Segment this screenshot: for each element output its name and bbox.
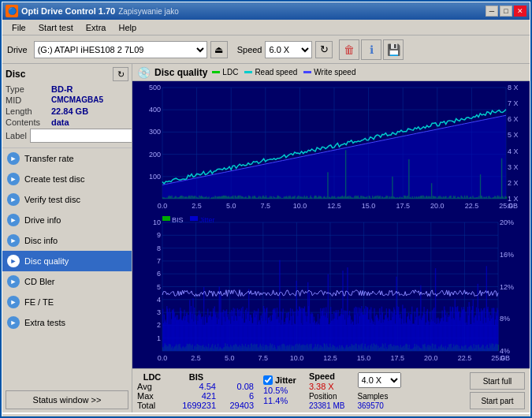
jitter-checkbox[interactable]	[263, 375, 273, 385]
ldc-header: LDC	[137, 372, 167, 382]
top-chart-canvas	[132, 81, 530, 216]
toolbar-icon-group: 🗑 ℹ 💾	[339, 39, 404, 60]
jitter-max: 11.4%	[263, 396, 296, 405]
speed-select-stats[interactable]: 4.0 X	[358, 372, 401, 388]
transfer-rate-label: Transfer rate	[24, 154, 74, 163]
drive-label: Drive	[7, 45, 28, 54]
menu-help[interactable]: Help	[112, 21, 143, 34]
disc-info-panel: Disc ↻ Type BD-R MID CMCMAGBA5 Length 22…	[2, 64, 132, 148]
erase-icon-button[interactable]: 🗑	[339, 39, 359, 60]
sidebar-item-drive-info[interactable]: ► Drive info	[2, 210, 132, 230]
status-bar: Test completed 100.0% 32:09	[2, 412, 530, 418]
empty-header	[219, 372, 254, 382]
position-value: 23381 MB	[309, 401, 345, 410]
disc-section-title: Disc	[6, 69, 25, 80]
menu-start-test[interactable]: Start test	[32, 21, 80, 34]
start-part-button[interactable]: Start part	[470, 392, 525, 409]
disc-quality-icon: ►	[7, 255, 20, 267]
app-title: Opti Drive Control 1.70	[21, 6, 115, 16]
sidebar: Disc ↻ Type BD-R MID CMCMAGBA5 Length 22…	[2, 64, 132, 412]
start-full-button[interactable]: Start full	[470, 372, 525, 390]
jitter-section: Jitter 10.5% 11.4%	[263, 375, 296, 406]
read-speed-label: Read speed	[255, 68, 297, 77]
info-icon-button[interactable]: ℹ	[361, 39, 381, 60]
create-test-disc-icon: ►	[7, 173, 20, 185]
minimize-button[interactable]: ─	[485, 6, 498, 17]
save-icon-button[interactable]: 💾	[383, 39, 404, 60]
sidebar-item-transfer-rate[interactable]: ► Transfer rate	[2, 148, 132, 169]
extra-tests-icon: ►	[7, 316, 20, 329]
legend-ldc: LDC	[212, 68, 238, 77]
content-panel: 💿 Disc quality LDC Read speed Write spee…	[132, 64, 530, 412]
speed-select-container: 4.0 X	[358, 372, 401, 388]
app-icon: 🔵	[6, 5, 18, 17]
close-button[interactable]: ✕	[514, 6, 526, 17]
drive-select[interactable]: (G:) ATAPI iHES108 2 7L09	[34, 41, 207, 58]
total-ldc: 1699231	[170, 401, 216, 410]
menu-file[interactable]: File	[6, 21, 32, 34]
max-ldc: 421	[170, 391, 216, 401]
sidebar-item-create-test-disc[interactable]: ► Create test disc	[2, 169, 132, 189]
max-bis: 6	[219, 391, 254, 401]
title-bar-content: 🔵 Opti Drive Control 1.70 Zapisywanie ja…	[6, 5, 179, 17]
sidebar-item-verify-test-disc[interactable]: ► Verify test disc	[2, 189, 132, 210]
avg-bis: 0.08	[219, 382, 254, 391]
app-window: 🔵 Opti Drive Control 1.70 Zapisywanie ja…	[0, 0, 532, 418]
mid-label: MID	[6, 95, 51, 105]
mid-value: CMCMAGBA5	[51, 95, 128, 105]
avg-label: Avg	[137, 382, 167, 391]
verify-test-disc-label: Verify test disc	[24, 195, 80, 204]
sidebar-item-fe-te[interactable]: ► FE / TE	[2, 292, 132, 312]
status-window-button[interactable]: Status window >>	[6, 390, 128, 409]
speed-select-toolbar[interactable]: 6.0 X	[265, 41, 312, 58]
speed-avg-value: 3.38 X	[309, 382, 345, 391]
legend-read-speed: Read speed	[244, 68, 297, 77]
max-label: Max	[137, 391, 167, 401]
total-label: Total	[137, 401, 167, 410]
refresh-button[interactable]: ↻	[315, 41, 333, 58]
ldc-bis-table: LDC BIS Avg 4.54 0.08 Max 421 6 Total 16…	[137, 372, 254, 410]
type-value: BD-R	[51, 84, 128, 94]
maximize-button[interactable]: □	[500, 6, 512, 17]
cd-bler-label: CD Bler	[24, 277, 55, 286]
disc-refresh-button[interactable]: ↻	[113, 67, 128, 81]
stats-panel: LDC BIS Avg 4.54 0.08 Max 421 6 Total 16…	[132, 368, 530, 412]
sidebar-item-disc-info[interactable]: ► Disc info	[2, 230, 132, 251]
transfer-rate-icon: ►	[7, 152, 20, 165]
ldc-dot	[212, 71, 220, 73]
type-label: Type	[6, 84, 51, 94]
drive-info-icon: ►	[7, 214, 20, 226]
label-label: Label	[6, 131, 27, 140]
jitter-header-label: Jitter	[275, 375, 296, 385]
cd-bler-icon: ►	[7, 275, 20, 288]
samples-label: Samples	[358, 392, 401, 401]
label-input[interactable]	[30, 129, 132, 143]
extra-tests-label: Extra tests	[24, 318, 65, 327]
disc-info-icon: ►	[7, 234, 20, 247]
sidebar-item-disc-quality[interactable]: ► Disc quality	[2, 251, 132, 271]
disc-quality-label: Disc quality	[24, 256, 69, 266]
contents-label: Contents	[6, 118, 51, 127]
main-container: Disc ↻ Type BD-R MID CMCMAGBA5 Length 22…	[2, 64, 530, 412]
eject-button[interactable]: ⏏	[210, 41, 228, 58]
length-label: Length	[6, 106, 51, 116]
avg-ldc: 4.54	[170, 382, 216, 391]
chart-legend: LDC Read speed Write speed	[212, 68, 355, 77]
disc-info-label: Disc info	[24, 236, 58, 245]
create-test-disc-label: Create test disc	[24, 174, 84, 184]
sidebar-item-cd-bler[interactable]: ► CD Bler	[2, 271, 132, 292]
verify-test-disc-icon: ►	[7, 193, 20, 206]
disc-quality-title: Disc quality	[154, 67, 207, 78]
sidebar-item-extra-tests[interactable]: ► Extra tests	[2, 312, 132, 333]
write-speed-dot	[303, 71, 311, 73]
bis-header: BIS	[170, 372, 216, 382]
samples-section: 4.0 X Samples 369570	[358, 372, 401, 410]
jitter-header-row: Jitter	[263, 375, 296, 385]
speed-position-section: Speed 3.38 X Position 23381 MB	[309, 371, 345, 410]
action-buttons: Start full Start part	[470, 372, 525, 409]
menu-extra[interactable]: Extra	[80, 21, 113, 34]
jitter-avg: 10.5%	[263, 386, 296, 395]
window-controls: ─ □ ✕	[485, 6, 526, 17]
contents-value: data	[51, 118, 128, 127]
write-speed-label: Write speed	[314, 68, 355, 77]
